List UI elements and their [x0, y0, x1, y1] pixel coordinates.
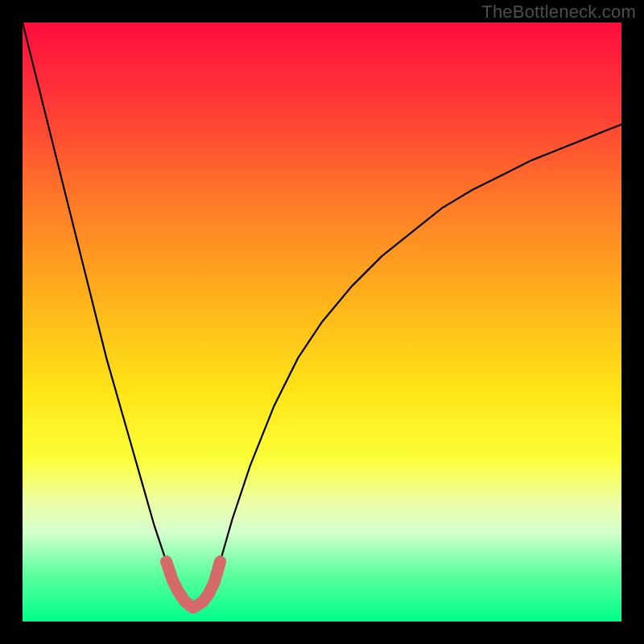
plot-svg — [23, 23, 621, 621]
plot-area — [23, 23, 621, 621]
chart-frame: TheBottleneck.com — [0, 0, 644, 644]
watermark-text: TheBottleneck.com — [481, 2, 636, 23]
